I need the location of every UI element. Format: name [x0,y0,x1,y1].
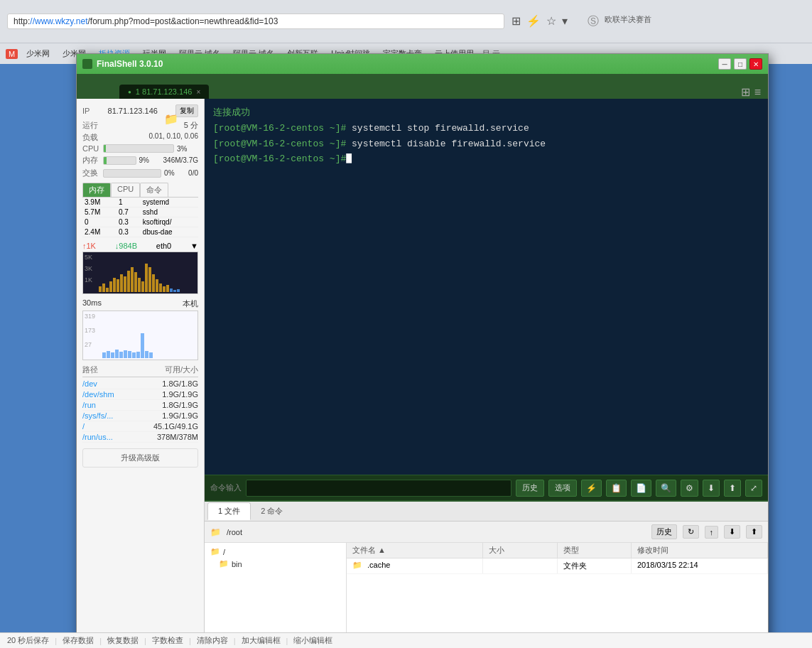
cpu-value: 3% [177,145,198,153]
options-button[interactable]: 选项 [548,480,577,497]
net-bar [106,288,109,292]
status-word-check[interactable]: 字数检查 [152,635,183,646]
minimize-button[interactable]: ─ [718,58,731,70]
maximize-button[interactable]: □ [734,58,747,70]
process-row-4: 2.4M 0.3 dbus-dae [82,227,198,237]
close-button[interactable]: ✕ [749,58,762,70]
disk-path-run: /run [82,401,96,409]
download-icon-btn[interactable]: ⬇ [703,480,720,497]
cpu-fill [104,145,106,152]
file-download-btn[interactable]: ⬇ [724,525,740,539]
net-bar [141,281,144,292]
mem-bar-row: 内存 9% 346M/3.7G [82,155,198,166]
current-path: /root [227,528,646,536]
file-up-btn[interactable]: ↑ [705,526,719,539]
tab-files[interactable]: 1 文件 [207,502,251,520]
disk-path-sysfs: /sys/fs/... [82,411,113,420]
tab-grid-icon[interactable]: ⊞ [741,85,750,99]
terminal-area: 连接成功 [root@VM-16-2-centos ~]# systemctl … [205,99,768,500]
browser-icons: ⊞ ⚡ ☆ ▾ Ⓢ 欧联半决赛首 [511,14,651,29]
disk-size-devshm: 1.9G/1.9G [162,390,198,399]
load-value: 0.01, 0.10, 0.06 [148,132,198,143]
file-history-btn[interactable]: 历史 [651,524,677,539]
terminal-content: 连接成功 [root@VM-16-2-centos ~]# systemctl … [205,99,768,475]
disk-size-run: 1.8G/1.9G [162,401,198,409]
status-shrink-editor[interactable]: 缩小编辑框 [293,635,332,646]
command-input[interactable] [246,480,511,497]
net-bar-blue [170,288,173,292]
disk-row-runus: /run/us... 378M/378M [82,432,198,443]
status-save-data[interactable]: 保存数据 [63,635,94,646]
ping-bar-spike [141,333,144,358]
status-clear-content[interactable]: 清除内容 [197,635,228,646]
disk-size-dev: 1.8G/1.8G [162,379,198,388]
disk-header: 路径 可用/大小 [82,364,198,377]
tab-actions: ⊞ ≡ [741,85,768,99]
net-bar [152,274,155,292]
tab-commands[interactable]: 2 命令 [251,503,293,519]
app-icon [82,59,92,69]
net-bar [124,276,126,292]
net-label-3k: 3K [85,265,92,272]
url-bar[interactable]: http://www.wkzy.net/forum.php?mod=post&a… [7,14,504,29]
swap-bar-row: 交换 0% 0/0 [82,168,198,178]
tab-active-dot: ● [128,89,131,95]
net-bar [109,281,112,292]
browser-more-icon[interactable]: ▾ [562,14,568,29]
tab-session-1[interactable]: ● 1 81.71.123.146 × [119,85,209,99]
file-upload-btn[interactable]: ⬆ [746,525,762,539]
browser-menu-icon[interactable]: ⊞ [511,14,521,29]
mem-label: 内存 [82,155,100,166]
swap-size: 0/0 [188,169,198,177]
file-row-cache[interactable]: 📁 .cache 文件夹 2018/03/15 22:14 [347,558,768,574]
browser-bolt-icon[interactable]: ⚡ [526,14,541,29]
tree-item-bin[interactable]: 📁 bin [207,558,343,570]
mem-progress-bar [103,156,136,165]
net-bar-blue [177,289,180,292]
process-row-1: 3.9M 1 systemd [82,198,198,207]
proc-cmd-4: dbus-dae [141,227,198,237]
upgrade-button[interactable]: 升级高级版 [82,448,198,468]
status-autosave: 20 秒后保存 [7,635,49,646]
cpu-progress-bar [103,144,174,153]
tab-label: 1 81.71.123.146 [136,87,193,96]
ping-header: 30ms 本机 [82,298,198,309]
folder-icon-btn[interactable]: 📁 [158,109,184,129]
file-refresh-btn[interactable]: ↻ [683,525,699,539]
net-bar [127,271,130,292]
copy-icon-btn[interactable]: 📋 [606,480,627,497]
paste-icon-btn[interactable]: 📄 [631,480,651,497]
uptime-label: 运行 [82,120,98,131]
tree-item-slash[interactable]: 📁 / [207,546,343,558]
settings-icon-btn[interactable]: ⚙ [681,480,698,497]
history-button[interactable]: 历史 [516,480,544,497]
net-dropdown-icon[interactable]: ▼ [190,242,198,250]
terminal-prompt-2: [root@VM-16-2-centos ~]# [213,139,346,149]
net-bar [159,284,162,292]
cpu-bar-row: CPU 3% [82,144,198,153]
disk-path-dev: /dev [82,379,97,388]
ip-value: 81.71.123.146 [108,107,158,115]
browser-star-icon[interactable]: ☆ [546,14,556,29]
terminal-prompt-3: [root@VM-16-2-centos ~]# [213,153,346,164]
status-restore-data[interactable]: 恢复数据 [107,635,139,646]
ping-bar [128,351,131,358]
status-expand-editor[interactable]: 加大编辑框 [242,635,281,646]
tab-menu-icon[interactable]: ≡ [754,86,761,99]
bolt-icon-btn[interactable]: ⚡ [581,480,602,497]
proc-cpu-3: 0.3 [117,217,141,227]
proc-tab-cpu[interactable]: CPU [111,183,140,197]
net-bar [166,285,169,292]
proc-tab-mem[interactable]: 内存 [82,183,111,197]
ping-bar [115,350,119,358]
upload-icon-btn[interactable]: ⬆ [724,480,741,497]
proc-cpu-1: 1 [117,198,141,207]
net-bar [120,274,123,292]
net-bar [102,284,105,292]
proc-tab-cmd[interactable]: 命令 [140,183,168,197]
search-icon-btn[interactable]: 🔍 [656,480,676,497]
bookmark-shaomi[interactable]: 少米网 [22,47,54,60]
tab-close-icon[interactable]: × [196,88,200,96]
tab-bar: 📁 ● 1 81.71.123.146 × ⊞ ≡ [77,74,768,99]
expand-icon-btn[interactable]: ⤢ [745,480,762,497]
